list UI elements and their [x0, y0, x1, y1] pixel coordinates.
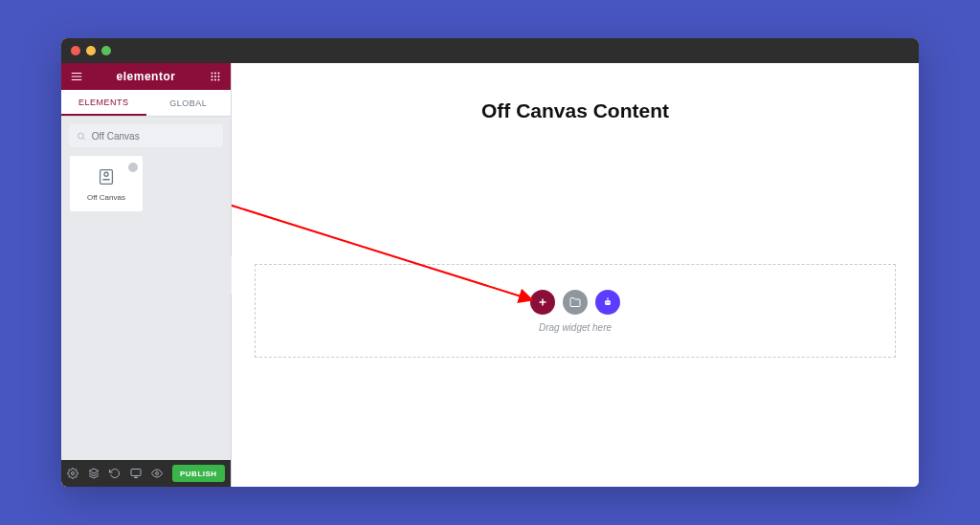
svg-point-12: [78, 133, 84, 139]
dropzone-hint: Drag widget here: [539, 322, 612, 333]
premium-badge-icon: [127, 160, 139, 171]
svg-point-3: [211, 73, 212, 75]
widget-card-label: Off Canvas: [87, 193, 125, 202]
svg-rect-19: [131, 470, 141, 476]
responsive-icon[interactable]: [130, 468, 142, 479]
svg-point-11: [217, 79, 219, 81]
svg-point-16: [104, 172, 108, 176]
sidebar-tabs: ELEMENTS GLOBAL: [61, 90, 231, 117]
sidebar-footer: PUBLISH: [61, 460, 231, 487]
tab-global[interactable]: GLOBAL: [146, 90, 232, 116]
add-plugin-button[interactable]: [595, 290, 620, 315]
page-title: Off Canvas Content: [232, 99, 919, 122]
apps-grid-icon[interactable]: [208, 69, 223, 84]
svg-point-9: [211, 79, 212, 81]
svg-point-28: [609, 301, 610, 302]
preview-icon[interactable]: [151, 468, 163, 479]
navigator-icon[interactable]: [88, 468, 100, 479]
svg-point-18: [72, 472, 75, 475]
svg-point-10: [214, 79, 216, 81]
svg-point-6: [211, 76, 212, 77]
sidebar-header: elementor: [61, 63, 231, 90]
browser-window: elementor ELEMENTS GLOBAL: [61, 38, 919, 487]
robot-icon: [601, 295, 614, 309]
svg-line-13: [83, 138, 85, 140]
history-icon[interactable]: [109, 468, 121, 479]
svg-point-30: [607, 297, 608, 298]
svg-point-22: [156, 472, 159, 475]
editor-canvas[interactable]: Off Canvas Content Drag widget here: [232, 63, 919, 487]
folder-icon: [569, 296, 581, 308]
settings-icon[interactable]: [67, 468, 78, 479]
search-input[interactable]: [92, 131, 215, 142]
publish-button-label: PUBLISH: [172, 470, 225, 478]
svg-point-5: [217, 73, 219, 75]
svg-point-14: [128, 163, 138, 172]
widget-search[interactable]: [69, 124, 223, 147]
svg-point-4: [214, 73, 216, 75]
publish-button[interactable]: PUBLISH: [172, 465, 225, 482]
window-close-icon[interactable]: [71, 46, 80, 55]
search-icon: [77, 131, 86, 142]
hamburger-icon[interactable]: [69, 69, 84, 84]
dropzone-actions: [530, 290, 620, 315]
brand-label: elementor: [117, 70, 176, 83]
svg-point-27: [606, 301, 607, 302]
widget-off-canvas[interactable]: Off Canvas: [69, 155, 144, 212]
add-section-button[interactable]: [530, 290, 555, 315]
off-canvas-icon: [96, 166, 117, 187]
window-titlebar: [61, 38, 919, 63]
window-maximize-icon[interactable]: [101, 46, 111, 55]
svg-rect-26: [605, 300, 611, 305]
tab-elements[interactable]: ELEMENTS: [61, 90, 146, 116]
window-minimize-icon[interactable]: [86, 46, 96, 55]
add-template-button[interactable]: [563, 290, 588, 315]
svg-point-7: [214, 76, 216, 77]
app: elementor ELEMENTS GLOBAL: [61, 63, 919, 487]
widget-list: Off Canvas: [61, 155, 231, 212]
plus-icon: [537, 296, 548, 308]
svg-point-8: [217, 76, 219, 77]
new-section-dropzone[interactable]: Drag widget here: [255, 264, 896, 358]
elementor-sidebar: elementor ELEMENTS GLOBAL: [61, 63, 232, 487]
